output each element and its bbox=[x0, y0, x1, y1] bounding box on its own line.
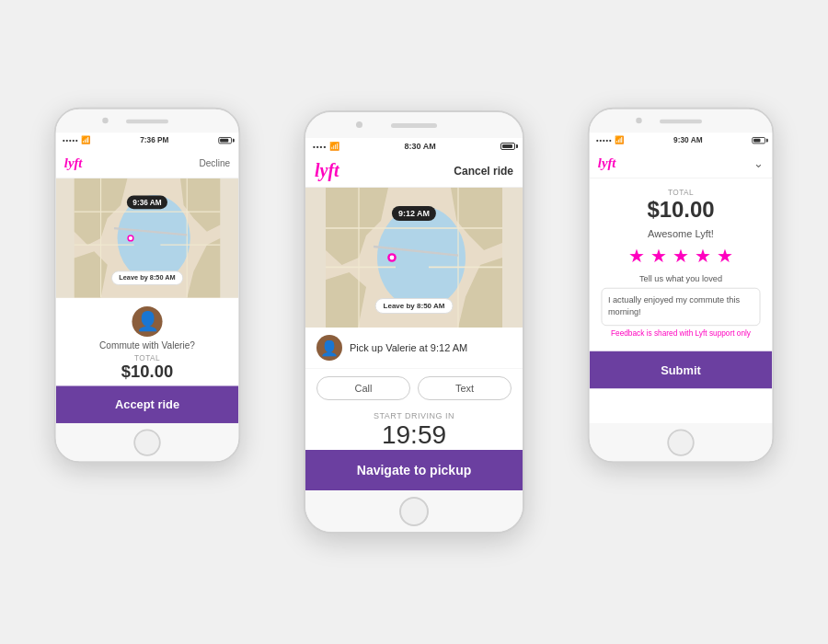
map-area-left: 9:36 AM Leave by 8:50 AM bbox=[56, 178, 239, 298]
status-right-center bbox=[500, 143, 515, 150]
status-bar-center: •••• 📶 8:30 AM bbox=[305, 138, 523, 155]
phone-screen-left: ••••• 📶 7:36 PM lyft Decline bbox=[56, 132, 239, 423]
home-button-left[interactable] bbox=[133, 429, 160, 455]
wifi-right: 📶 bbox=[615, 136, 624, 144]
map-time-badge-left: 9:36 AM bbox=[127, 195, 167, 209]
signal-center: •••• bbox=[313, 143, 327, 151]
commute-text-left: Commute with Valerie? bbox=[99, 340, 195, 351]
phone-speaker-right bbox=[660, 119, 702, 123]
phone-right: ••••• 📶 9:30 AM lyft ⌄ TOTAL $10 bbox=[588, 108, 774, 463]
ride-info-left: 👤 Commute with Valerie? TOTAL $10.00 bbox=[56, 298, 239, 386]
accept-ride-button[interactable]: Accept ride bbox=[56, 385, 239, 422]
battery-center bbox=[500, 143, 515, 150]
wifi-left: 📶 bbox=[81, 136, 90, 144]
submit-button[interactable]: Submit bbox=[590, 351, 773, 388]
phones-container: ••••• 📶 7:36 PM lyft Decline bbox=[18, 18, 810, 626]
status-left-center: •••• 📶 bbox=[313, 142, 339, 151]
phone-camera-left bbox=[102, 118, 108, 123]
app-header-center: lyft Cancel ride bbox=[305, 155, 523, 188]
avatar-icon-center: 👤 bbox=[320, 339, 339, 357]
phone-left: ••••• 📶 7:36 PM lyft Decline bbox=[54, 108, 240, 463]
pickup-text: Pick up Valerie at 9:12 AM bbox=[350, 342, 467, 353]
status-left-left: ••••• 📶 bbox=[63, 136, 90, 144]
home-button-center[interactable] bbox=[399, 497, 429, 526]
phone-bottom-right bbox=[590, 423, 773, 461]
call-text-row: Call Text bbox=[305, 369, 523, 408]
time-right: 9:30 AM bbox=[673, 136, 702, 144]
cancel-ride-action[interactable]: Cancel ride bbox=[454, 165, 513, 178]
ride-panel-left: 👤 Commute with Valerie? TOTAL $10.00 Acc… bbox=[56, 298, 239, 423]
status-bar-right: ••••• 📶 9:30 AM bbox=[590, 132, 773, 148]
chevron-down-icon[interactable]: ⌄ bbox=[753, 156, 764, 170]
loved-label: Tell us what you loved bbox=[639, 274, 722, 283]
total-label-right: TOTAL bbox=[668, 189, 694, 197]
star-4[interactable]: ★ bbox=[695, 246, 711, 268]
phone-speaker-center bbox=[391, 123, 437, 128]
star-1[interactable]: ★ bbox=[628, 246, 645, 268]
phone-bottom-left bbox=[56, 423, 239, 461]
phone-center: •••• 📶 8:30 AM lyft Cancel ride bbox=[304, 110, 524, 534]
svg-point-27 bbox=[390, 256, 395, 260]
map-leave-badge-left: Leave by 8:50 AM bbox=[111, 270, 183, 285]
status-right-right bbox=[752, 137, 765, 144]
wifi-center: 📶 bbox=[329, 142, 339, 151]
lyft-logo-right: lyft bbox=[598, 155, 616, 171]
phone-screen-center: •••• 📶 8:30 AM lyft Cancel ride bbox=[305, 138, 523, 490]
total-label-left: TOTAL bbox=[134, 354, 160, 362]
map-time-badge-center: 9:12 AM bbox=[392, 206, 436, 221]
pickup-row: 👤 Pick up Valerie at 9:12 AM bbox=[305, 328, 523, 369]
ride-panel-center: 👤 Pick up Valerie at 9:12 AM Call Text S… bbox=[305, 328, 523, 490]
time-center: 8:30 AM bbox=[405, 142, 436, 151]
status-bar-left: ••••• 📶 7:36 PM bbox=[56, 132, 239, 148]
phone-top-bar-right bbox=[590, 109, 773, 133]
decline-action-left[interactable]: Decline bbox=[199, 158, 230, 168]
phone-screen-right: ••••• 📶 9:30 AM lyft ⌄ TOTAL $10 bbox=[590, 132, 773, 423]
rating-panel-right: TOTAL $10.00 Awesome Lyft! ★ ★ ★ ★ ★ Tel… bbox=[590, 178, 773, 423]
signal-right: ••••• bbox=[596, 137, 612, 144]
star-5[interactable]: ★ bbox=[717, 246, 733, 268]
feedback-note: Feedback is shared with Lyft support onl… bbox=[611, 329, 751, 338]
phone-top-bar-center bbox=[305, 112, 523, 138]
stars-row: ★ ★ ★ ★ ★ bbox=[628, 246, 733, 268]
total-price-right: $10.00 bbox=[647, 197, 714, 224]
countdown: 19:59 bbox=[305, 420, 523, 450]
time-left: 7:36 PM bbox=[140, 136, 168, 144]
avatar-left: 👤 bbox=[132, 306, 162, 337]
star-3[interactable]: ★ bbox=[673, 246, 689, 268]
phone-speaker-left bbox=[126, 119, 168, 123]
app-header-right: lyft ⌄ bbox=[590, 148, 773, 178]
signal-left: ••••• bbox=[63, 137, 78, 144]
battery-left bbox=[218, 137, 232, 144]
text-button[interactable]: Text bbox=[418, 376, 512, 400]
lyft-logo-left: lyft bbox=[64, 155, 83, 171]
rating-content: TOTAL $10.00 Awesome Lyft! ★ ★ ★ ★ ★ Tel… bbox=[590, 178, 773, 351]
star-2[interactable]: ★ bbox=[650, 246, 667, 268]
phone-camera-center bbox=[356, 121, 362, 128]
svg-point-13 bbox=[129, 236, 132, 240]
battery-right bbox=[752, 137, 765, 144]
status-right-left bbox=[218, 137, 232, 144]
map-area-center: 9:12 AM Leave by 8:50 AM bbox=[305, 188, 523, 328]
total-price-left: $10.00 bbox=[121, 362, 173, 382]
phone-camera-right bbox=[636, 118, 641, 123]
status-left-right: ••••• 📶 bbox=[596, 136, 624, 144]
app-header-left: lyft Decline bbox=[56, 148, 239, 178]
map-leave-badge-center: Leave by 8:50 AM bbox=[375, 298, 454, 314]
feedback-box[interactable]: I actually enjoyed my commute this morni… bbox=[602, 288, 761, 326]
avatar-center: 👤 bbox=[316, 335, 342, 361]
home-button-right[interactable] bbox=[667, 429, 694, 455]
phone-bottom-center bbox=[305, 490, 523, 532]
avatar-icon-left: 👤 bbox=[136, 311, 159, 333]
call-button[interactable]: Call bbox=[316, 376, 410, 400]
phone-top-bar-left bbox=[56, 109, 239, 133]
driving-label: START DRIVING IN bbox=[305, 408, 523, 420]
navigate-button[interactable]: Navigate to pickup bbox=[305, 450, 523, 490]
lyft-logo-center: lyft bbox=[315, 160, 339, 181]
awesome-text: Awesome Lyft! bbox=[648, 228, 714, 240]
